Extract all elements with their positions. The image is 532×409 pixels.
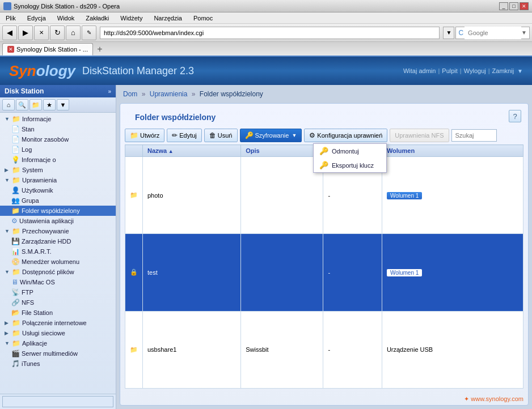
row-name-cell: usbshare1 xyxy=(143,311,241,388)
sidebar-item-przechowywanie[interactable]: ▼ 📁 Przechowywanie xyxy=(0,226,116,236)
create-button[interactable]: 📁 Utwórz xyxy=(125,129,164,142)
col-opis[interactable]: Opis xyxy=(241,145,323,157)
tree-toggle-dostep[interactable]: ▼ xyxy=(5,269,10,275)
tree-toggle-system[interactable]: ▶ xyxy=(5,167,10,173)
sidebar-item-uslugi-sieciowe[interactable]: ▶ 📁 Usługi sieciowe xyxy=(0,328,116,338)
reload-button[interactable]: ↻ xyxy=(50,25,65,40)
dsm-logout-link[interactable]: Wyloguj xyxy=(464,67,486,74)
dropdown-odmontuj[interactable]: 🔑 Odmontuj xyxy=(314,144,386,158)
breadcrumb: Dom » Uprawnienia » Folder współdzielony xyxy=(120,88,529,100)
dropdown-eksportuj[interactable]: 🔑 Eksportuj klucz xyxy=(314,158,386,172)
help-button[interactable]: ? xyxy=(509,110,521,122)
sidebar-item-smart[interactable]: 📊 S.M.A.R.T. xyxy=(0,246,116,257)
dsm-close-link[interactable]: Zamknij xyxy=(492,67,514,74)
synology-link[interactable]: www.synology.com xyxy=(471,395,523,402)
filestation-icon: 📂 xyxy=(11,309,20,317)
home-button[interactable]: ⌂ xyxy=(66,25,81,40)
menu-edycja[interactable]: Edycja xyxy=(24,14,49,23)
edit-button[interactable]: ✏ Edytuj xyxy=(167,129,202,142)
row-volume-cell: Wolumen 1 xyxy=(382,157,523,234)
sidebar-item-serwer-multimediow[interactable]: 🎬 Serwer multimediów xyxy=(0,348,116,359)
back-button[interactable]: ◀ xyxy=(2,25,17,40)
sidebar-search-button[interactable]: 🔍 xyxy=(16,99,28,110)
sidebar-arrow-button[interactable]: ▼ xyxy=(57,99,69,110)
sidebar-item-uzytkownik[interactable]: 👤 Użytkownik xyxy=(0,185,116,195)
dsm-welcome: Witaj admin xyxy=(403,67,436,74)
edit-button[interactable]: ✎ xyxy=(82,25,96,40)
address-bar[interactable] xyxy=(100,27,440,39)
sidebar-item-monitor[interactable]: 📄 Monitor zasobów xyxy=(0,134,116,144)
search-field[interactable] xyxy=(451,129,497,142)
sidebar-item-file-station[interactable]: 📂 File Station xyxy=(0,308,116,318)
dsm-nav: Witaj admin | Pulpit | Wyloguj | Zamknij… xyxy=(403,67,523,74)
search-container: C ▼ xyxy=(455,27,530,39)
col-wolumen[interactable]: Wolumen xyxy=(382,145,523,157)
sidebar-item-zarzadzanie-hdd[interactable]: 💾 Zarządzanie HDD xyxy=(0,236,116,246)
tree-toggle-uprawnienia[interactable]: ▼ xyxy=(5,177,10,183)
tree-toggle-informacje[interactable]: ▼ xyxy=(5,116,10,122)
sidebar-item-stan[interactable]: 📄 Stan xyxy=(0,124,116,134)
sidebar-item-itunes[interactable]: 🎵 iTunes xyxy=(0,359,116,369)
address-dropdown-button[interactable]: ▼ xyxy=(443,27,454,39)
search-input[interactable] xyxy=(465,27,521,39)
sidebar-item-informacje[interactable]: ▼ 📁 Informacje xyxy=(0,114,116,124)
search-engine-icon: C xyxy=(458,29,463,37)
sidebar-search-input[interactable] xyxy=(2,396,113,407)
sidebar-item-log[interactable]: 📄 Log xyxy=(0,144,116,155)
breadcrumb-uprawnienia[interactable]: Uprawnienia xyxy=(150,90,188,98)
menu-narzedzia[interactable]: Narzędzia xyxy=(150,14,185,23)
menu-widzety[interactable]: Widżety xyxy=(117,14,146,23)
sidebar-item-dostepnosc-plikow[interactable]: ▼ 📁 Dostępność plików xyxy=(0,267,116,277)
tab-close-button[interactable]: ✕ xyxy=(7,46,14,53)
sidebar-item-ustawienia-aplikacji[interactable]: ⚙ Ustawienia aplikacji xyxy=(0,216,116,226)
menu-zakladki[interactable]: Zakładki xyxy=(82,14,112,23)
sidebar-item-informacje-o[interactable]: 💡 Informacje o xyxy=(0,155,116,165)
browser-menubar: Plik Edycja Widok Zakładki Widżety Narzę… xyxy=(0,12,532,24)
sidebar-item-nfs[interactable]: 🔗 NFS xyxy=(0,297,116,308)
sidebar-folder-button[interactable]: 📁 xyxy=(29,99,42,110)
encrypt-button[interactable]: 🔑 Szyfrowanie ▼ xyxy=(240,129,302,142)
menu-plik[interactable]: Plik xyxy=(2,14,19,23)
forward-button[interactable]: ▶ xyxy=(18,25,33,40)
sidebar-item-polaczenie-internetowe[interactable]: ▶ 📁 Połączenie internetowe xyxy=(0,318,116,328)
menu-widok[interactable]: Widok xyxy=(54,14,78,23)
tree-toggle-przech[interactable]: ▼ xyxy=(5,228,10,234)
breadcrumb-dom[interactable]: Dom xyxy=(123,90,137,98)
config-button[interactable]: ⚙ Konfiguracja uprawnień xyxy=(304,129,387,142)
sidebar-home-button[interactable]: ⌂ xyxy=(2,99,15,110)
smart-icon: 📊 xyxy=(11,248,20,255)
close-button[interactable]: ✕ xyxy=(520,2,529,10)
tree-toggle-uslugi[interactable]: ▶ xyxy=(5,330,10,336)
nfs-button[interactable]: Uprawnienia NFS xyxy=(390,129,449,142)
row-icon-cell: 📁 xyxy=(125,311,143,388)
tree-toggle-aplikacje[interactable]: ▼ xyxy=(5,340,10,346)
sidebar-item-grupa[interactable]: 👥 Grupa xyxy=(0,195,116,206)
delete-button[interactable]: 🗑 Usuń xyxy=(204,129,238,142)
window-controls[interactable]: _ □ ✕ xyxy=(499,2,529,10)
media-icon: 🎬 xyxy=(11,350,20,357)
stop-button[interactable]: ✕ xyxy=(34,25,49,40)
folder-icon: 📁 xyxy=(12,176,20,184)
table-row[interactable]: 📁 usbshare1 Swissbit - Urządzenie USB xyxy=(125,311,523,388)
search-dropdown-icon[interactable]: ▼ xyxy=(521,29,527,36)
active-tab[interactable]: ✕ Synology Disk Station - ... xyxy=(2,43,93,56)
sidebar-item-aplikacje[interactable]: ▼ 📁 Aplikacje xyxy=(0,338,116,348)
menu-pomoc[interactable]: Pomoc xyxy=(190,14,216,23)
table-row[interactable]: 🔒 test - Wolumen 1 xyxy=(125,234,523,311)
tree-toggle-pol[interactable]: ▶ xyxy=(5,320,10,326)
sidebar-item-uprawnienia[interactable]: ▼ 📁 Uprawnienia xyxy=(0,175,116,185)
sidebar-collapse-button[interactable]: » xyxy=(108,88,111,95)
config-icon: ⚙ xyxy=(309,131,315,139)
sidebar-star-button[interactable]: ★ xyxy=(43,99,56,110)
maximize-button[interactable]: □ xyxy=(509,2,518,10)
new-tab-button[interactable]: + xyxy=(93,43,107,56)
sidebar-item-winmac[interactable]: 🖥 Win/Mac OS xyxy=(0,277,116,287)
page-icon: 📄 xyxy=(11,135,20,143)
minimize-button[interactable]: _ xyxy=(499,2,508,10)
col-nazwa[interactable]: Nazwa xyxy=(143,145,241,157)
dsm-desktop-link[interactable]: Pulpit xyxy=(442,67,458,74)
sidebar-item-ftp[interactable]: 📡 FTP xyxy=(0,287,116,297)
sidebar-item-menedzer-vol[interactable]: 📀 Menedżer wolumenu xyxy=(0,257,116,267)
sidebar-item-folder-wspoldzielony[interactable]: 📁 Folder współdzielony xyxy=(0,206,116,216)
sidebar-item-system[interactable]: ▶ 📁 System xyxy=(0,165,116,175)
